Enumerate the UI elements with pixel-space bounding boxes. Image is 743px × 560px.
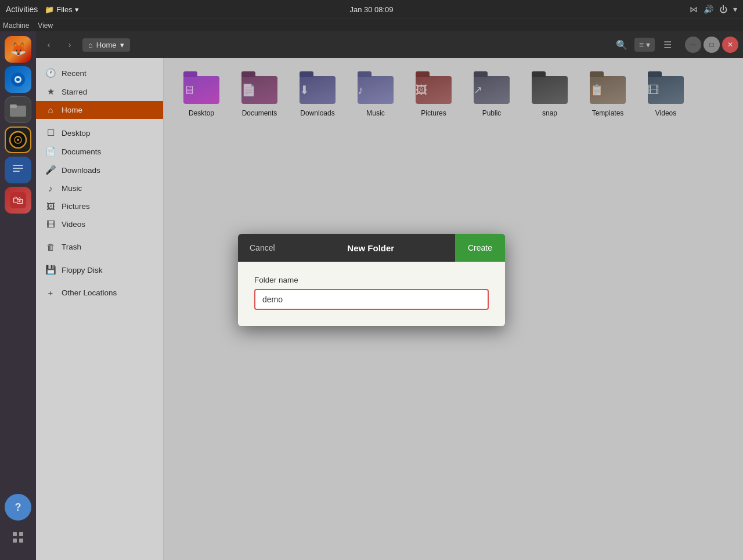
dialog-body: Folder name xyxy=(238,262,505,326)
dialog-overlay: Cancel New Folder Create Folder name xyxy=(0,0,743,560)
new-folder-dialog: Cancel New Folder Create Folder name xyxy=(238,234,505,326)
folder-name-input[interactable] xyxy=(254,289,489,310)
folder-name-label: Folder name xyxy=(254,276,489,284)
dialog-title: New Folder xyxy=(287,243,455,253)
dialog-header: Cancel New Folder Create xyxy=(238,234,505,262)
dialog-cancel-button[interactable]: Cancel xyxy=(238,234,287,262)
dialog-create-button[interactable]: Create xyxy=(455,234,505,262)
